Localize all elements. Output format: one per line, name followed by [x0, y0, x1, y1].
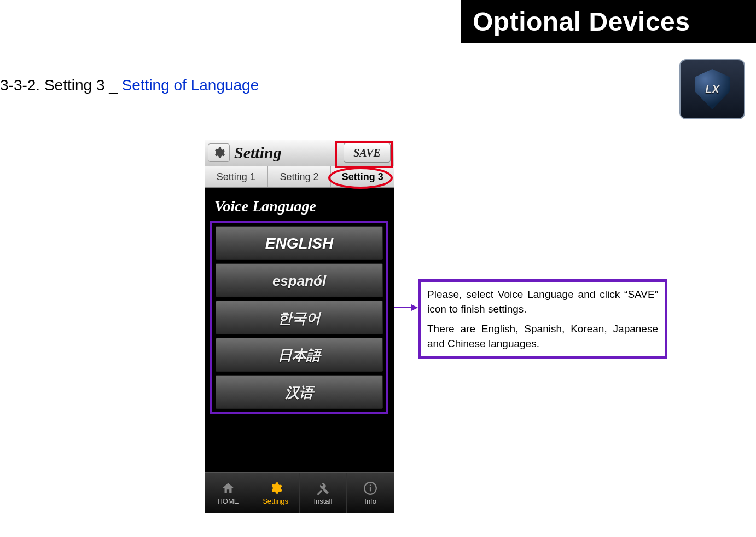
top-banner: Optional Devices	[461, 0, 756, 43]
tools-icon	[315, 481, 330, 496]
phone-screenshot: Setting SAVE Setting 1 Setting 2 Setting…	[205, 140, 394, 513]
language-option-japanese[interactable]: 日本語	[216, 338, 383, 372]
nav-install-label: Install	[313, 497, 332, 505]
banner-title: Optional Devices	[473, 7, 690, 36]
settings-icon-box	[208, 143, 230, 162]
tab-setting-1[interactable]: Setting 1	[205, 166, 268, 187]
product-logo: LX	[679, 59, 745, 119]
language-option-english[interactable]: ENGLISH	[216, 226, 383, 260]
nav-info-label: Info	[364, 497, 376, 505]
nav-settings[interactable]: Settings	[252, 473, 300, 513]
language-option-spanish[interactable]: espanól	[216, 263, 383, 297]
tab-setting-3[interactable]: Setting 3	[331, 166, 394, 187]
callout-connector-arrow	[411, 304, 418, 311]
section-title: Setting of Language	[122, 77, 259, 94]
nav-info[interactable]: Info	[347, 473, 394, 513]
callout-box: Please, select Voice Language and click …	[418, 279, 667, 359]
info-icon	[363, 481, 378, 496]
nav-home[interactable]: HOME	[205, 473, 252, 513]
svg-rect-2	[370, 485, 371, 486]
home-icon	[220, 481, 236, 496]
product-logo-shield: LX	[695, 69, 730, 109]
gear-icon	[212, 146, 225, 159]
callout-text-1: Please, select Voice Language and click …	[427, 287, 658, 316]
save-button[interactable]: SAVE	[344, 143, 391, 163]
nav-home-label: HOME	[217, 497, 239, 505]
section-heading: 3-3-2. Setting 3 _ Setting of Language	[0, 77, 259, 94]
product-logo-text: LX	[705, 83, 719, 96]
voice-language-title: Voice Language	[205, 188, 394, 221]
settings-page-title: Setting	[234, 143, 339, 162]
svg-rect-1	[370, 487, 371, 492]
tab-setting-2[interactable]: Setting 2	[268, 166, 332, 187]
callout-text-2: There are English, Spanish, Korean, Japa…	[427, 322, 658, 351]
settings-tabs: Setting 1 Setting 2 Setting 3	[205, 166, 394, 188]
gear-icon	[268, 481, 283, 496]
language-option-korean[interactable]: 한국어	[216, 301, 383, 334]
bottom-nav: HOME Settings Install Info	[205, 472, 394, 513]
language-option-chinese[interactable]: 汉语	[216, 375, 383, 409]
nav-settings-label: Settings	[263, 497, 288, 505]
nav-install[interactable]: Install	[300, 473, 347, 513]
phone-header: Setting SAVE	[205, 140, 394, 166]
section-prefix: 3-3-2. Setting 3 _	[0, 77, 122, 94]
language-list-highlight: ENGLISH espanól 한국어 日本語 汉语	[210, 221, 388, 414]
